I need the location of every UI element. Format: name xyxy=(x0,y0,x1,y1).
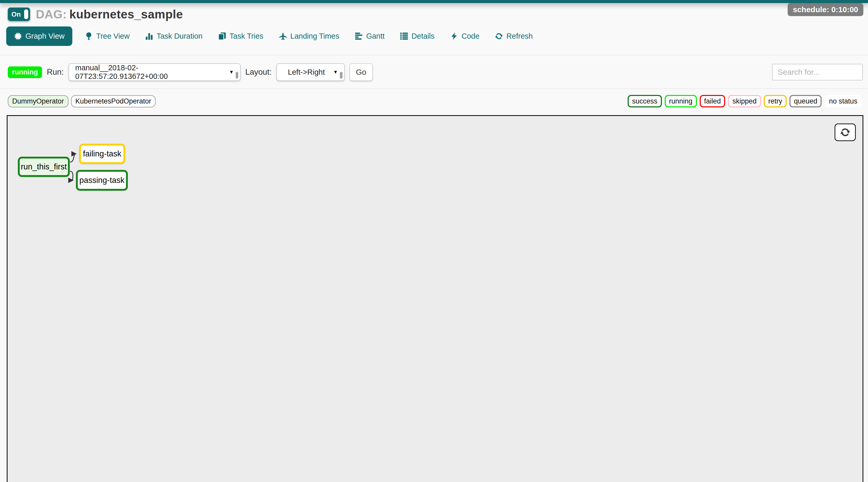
dag-graph-canvas[interactable]: run_this_first failing-task passing-task xyxy=(7,115,863,482)
plane-icon xyxy=(279,32,287,40)
search-input[interactable] xyxy=(772,64,863,81)
tab-details[interactable]: Details xyxy=(397,27,438,46)
refresh-icon xyxy=(840,127,850,138)
task-node-passing-task[interactable]: passing-task xyxy=(76,170,128,191)
status-pill-running: running xyxy=(665,95,697,108)
status-legend: success running failed skipped retry que… xyxy=(628,95,862,108)
tab-label: Details xyxy=(411,32,435,40)
tree-icon xyxy=(85,32,93,40)
layout-select-value: Left->Right xyxy=(288,68,325,77)
toggle-knob xyxy=(24,9,28,19)
task-node-label: failing-task xyxy=(83,149,121,158)
tab-tree-view[interactable]: Tree View xyxy=(82,27,133,46)
task-node-run_this_first[interactable]: run_this_first xyxy=(18,157,70,177)
go-button[interactable]: Go xyxy=(349,63,373,81)
tab-label: Gantt xyxy=(366,32,384,40)
status-pill-no-status: no status xyxy=(825,95,862,108)
dag-edges xyxy=(7,116,863,482)
status-pill-failed: failed xyxy=(700,95,725,108)
page-title-prefix: DAG: xyxy=(36,7,67,21)
dag-pause-toggle[interactable]: On xyxy=(8,7,30,21)
tab-task-tries[interactable]: Task Tries xyxy=(215,27,267,46)
refresh-icon xyxy=(495,32,503,40)
status-pill-queued: queued xyxy=(789,95,822,108)
run-controls: running Run: manual__2018-02-07T23:57:20… xyxy=(8,63,863,81)
divider xyxy=(0,55,868,55)
legend-row: DummyOperator KubernetesPodOperator succ… xyxy=(8,95,862,108)
dag-name: kubernetes_sample xyxy=(69,7,183,21)
chevron-down-icon: ▼ xyxy=(333,69,338,75)
schedule-badge: schedule: 0:10:00 xyxy=(787,3,863,16)
select-scrollbar-thumb xyxy=(340,72,342,79)
tab-label: Task Duration xyxy=(157,32,203,40)
operator-pill-dummy: DummyOperator xyxy=(8,95,68,108)
task-node-label: passing-task xyxy=(79,176,124,185)
layout-label: Layout: xyxy=(245,67,272,77)
operator-legend: DummyOperator KubernetesPodOperator xyxy=(8,95,156,108)
status-pill-success: success xyxy=(628,95,662,108)
page-title: DAG:kubernetes_sample xyxy=(36,7,183,21)
tab-label: Task Tries xyxy=(229,32,264,40)
tab-landing-times[interactable]: Landing Times xyxy=(276,27,342,46)
view-tabs: Graph View Tree View Task Duration Task … xyxy=(6,27,536,46)
task-node-failing-task[interactable]: failing-task xyxy=(79,144,125,164)
bolt-icon xyxy=(450,32,458,40)
divider xyxy=(0,88,868,89)
tab-label: Tree View xyxy=(96,32,130,40)
select-scrollbar-thumb xyxy=(236,72,238,79)
tab-label: Graph View xyxy=(25,32,65,40)
chevron-down-icon: ▼ xyxy=(229,69,234,75)
align-left-icon xyxy=(355,32,363,40)
dag-header: On DAG:kubernetes_sample xyxy=(8,7,183,21)
tab-code[interactable]: Code xyxy=(447,27,483,46)
brand-bar xyxy=(0,0,868,3)
tab-gantt[interactable]: Gantt xyxy=(351,27,388,46)
bar-chart-icon xyxy=(145,32,153,40)
tab-refresh[interactable]: Refresh xyxy=(492,27,536,46)
dag-pause-toggle-label: On xyxy=(11,10,21,19)
task-node-label: run_this_first xyxy=(21,162,67,172)
tab-task-duration[interactable]: Task Duration xyxy=(142,27,206,46)
tab-label: Refresh xyxy=(506,32,533,40)
sunburst-icon xyxy=(14,32,22,40)
tab-label: Landing Times xyxy=(290,32,339,40)
operator-pill-kubernetespod: KubernetesPodOperator xyxy=(71,95,156,108)
list-icon xyxy=(400,32,408,40)
run-select-value: manual__2018-02-07T23:57:20.913672+00:00 xyxy=(75,64,225,81)
run-label: Run: xyxy=(46,67,64,77)
dagrun-state-badge: running xyxy=(8,66,42,78)
layout-select[interactable]: Left->Right ▼ xyxy=(276,63,345,81)
copy-icon xyxy=(218,32,226,40)
status-pill-retry: retry xyxy=(764,95,786,108)
tab-label: Code xyxy=(462,32,479,40)
tab-graph-view[interactable]: Graph View xyxy=(6,27,72,46)
run-select[interactable]: manual__2018-02-07T23:57:20.913672+00:00… xyxy=(68,63,241,81)
graph-refresh-button[interactable] xyxy=(835,123,856,141)
status-pill-skipped: skipped xyxy=(728,95,761,108)
